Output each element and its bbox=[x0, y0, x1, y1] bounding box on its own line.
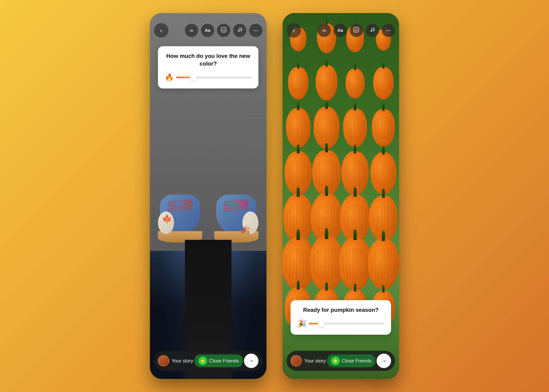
next-arrow-icon-1: → bbox=[248, 358, 254, 364]
phone2-toolbar: ‹ ∞ Aa bbox=[283, 23, 399, 38]
avatar-img-1 bbox=[158, 356, 169, 366]
back-icon-1: ‹ bbox=[160, 27, 162, 34]
infinity-icon-1: ∞ bbox=[190, 27, 194, 34]
poll-slider-container-2: 🎉 bbox=[297, 319, 384, 328]
infinity-btn-1[interactable]: ∞ bbox=[185, 24, 198, 37]
pumpkin-5 bbox=[288, 67, 308, 99]
pumpkin-11 bbox=[343, 108, 367, 147]
back-icon-2: ‹ bbox=[293, 27, 295, 34]
svg-point-8 bbox=[371, 30, 372, 32]
star-symbol-1: ⭐ bbox=[200, 358, 205, 363]
music-btn-2[interactable] bbox=[366, 24, 379, 37]
poll-slider-thumb-1[interactable] bbox=[190, 74, 197, 81]
close-friends-label-2: Close Friends bbox=[342, 358, 372, 364]
pumpkin-8 bbox=[373, 67, 394, 99]
poll-slider-container-1: 🔥 bbox=[165, 73, 252, 82]
poll-slider-track-1[interactable] bbox=[176, 77, 252, 78]
close-friends-label-1: Close Friends bbox=[209, 358, 239, 364]
svg-point-3 bbox=[238, 30, 239, 32]
text-btn-2[interactable]: Aa bbox=[334, 24, 347, 37]
next-arrow-icon-2: → bbox=[381, 358, 387, 364]
poll-slider-track-2[interactable] bbox=[309, 323, 384, 324]
poll-widget-2: Ready for pumpkin season? 🎉 bbox=[291, 300, 391, 335]
your-story-option-2[interactable]: Your story bbox=[291, 355, 326, 366]
svg-point-6 bbox=[355, 29, 356, 29]
phone1-toolbar: ‹ ∞ Aa bbox=[150, 23, 266, 38]
green-star-icon-1: ⭐ bbox=[198, 357, 207, 365]
toolbar-right-2: ∞ Aa bbox=[318, 24, 395, 37]
poll-slider-thumb-2[interactable] bbox=[318, 320, 325, 327]
infinity-icon-2: ∞ bbox=[322, 27, 326, 34]
poll-emoji-2: 🎉 bbox=[297, 319, 306, 328]
svg-point-2 bbox=[224, 29, 225, 29]
pumpkin-10 bbox=[314, 107, 340, 149]
more-icon-1: ●●● bbox=[253, 29, 258, 32]
svg-point-9 bbox=[373, 30, 374, 31]
next-button-2[interactable]: → bbox=[377, 354, 391, 368]
toolbar-right-1: ∞ Aa bbox=[185, 24, 263, 37]
back-button-1[interactable]: ‹ bbox=[154, 23, 168, 38]
sticker-icon-1 bbox=[221, 27, 226, 34]
poll-question-1: How much do you love the new color? bbox=[165, 52, 252, 68]
pumpkin-12 bbox=[372, 109, 395, 147]
text-btn-1[interactable]: Aa bbox=[201, 24, 214, 37]
next-button-1[interactable]: → bbox=[244, 354, 258, 368]
poll-question-2: Ready for pumpkin season? bbox=[297, 306, 384, 314]
svg-point-4 bbox=[241, 30, 242, 31]
pumpkin-24 bbox=[368, 239, 399, 290]
your-story-label-1: Your story bbox=[172, 358, 193, 364]
phone-1-screen: 🍂 🍁 ‹ ∞ Aa bbox=[150, 13, 266, 379]
music-icon-2 bbox=[370, 27, 375, 34]
sticker-icon-2 bbox=[354, 27, 359, 34]
pumpkin-9 bbox=[286, 108, 311, 148]
star-symbol-2: ⭐ bbox=[333, 358, 338, 363]
svg-rect-5 bbox=[354, 27, 359, 32]
your-story-avatar-2 bbox=[291, 355, 302, 366]
svg-point-7 bbox=[357, 29, 357, 29]
leaf-decoration-2: 🍁 bbox=[162, 214, 172, 224]
infinity-btn-2[interactable]: ∞ bbox=[318, 24, 331, 37]
your-story-option-1[interactable]: Your story bbox=[158, 355, 193, 366]
your-story-avatar-1 bbox=[158, 355, 169, 366]
avatar-img-2 bbox=[291, 356, 301, 366]
text-icon-1: Aa bbox=[205, 28, 210, 33]
music-icon-1 bbox=[237, 27, 242, 34]
poll-widget-1: How much do you love the new color? 🔥 bbox=[158, 46, 258, 88]
svg-point-1 bbox=[222, 29, 223, 29]
green-star-icon-2: ⭐ bbox=[331, 357, 340, 365]
leaf-decoration-1: 🍂 bbox=[240, 225, 250, 235]
close-friends-btn-2[interactable]: ⭐ Close Friends bbox=[327, 354, 375, 367]
phone2-bottom-bar: Your story ⭐ Close Friends → bbox=[286, 351, 395, 371]
poll-emoji-1: 🔥 bbox=[165, 73, 174, 82]
pumpkin-7 bbox=[345, 69, 365, 98]
more-btn-2[interactable]: ●●● bbox=[382, 24, 395, 37]
close-friends-btn-1[interactable]: ⭐ Close Friends bbox=[194, 354, 243, 367]
right-lace-5 bbox=[224, 209, 248, 211]
svg-rect-0 bbox=[221, 27, 226, 32]
phone-1: 🍂 🍁 ‹ ∞ Aa bbox=[150, 13, 266, 379]
back-button-2[interactable]: ‹ bbox=[286, 23, 301, 38]
more-btn-1[interactable]: ●●● bbox=[249, 24, 263, 37]
sticker-btn-1[interactable] bbox=[217, 24, 230, 37]
phone-2-screen: ‹ ∞ Aa bbox=[283, 13, 399, 379]
pumpkin-16 bbox=[370, 152, 396, 194]
more-icon-2: ●●● bbox=[386, 29, 391, 32]
phone1-bottom-bar: Your story ⭐ Close Friends → bbox=[154, 351, 263, 371]
your-story-label-2: Your story bbox=[304, 358, 326, 364]
sticker-btn-2[interactable] bbox=[350, 24, 363, 37]
lace-5 bbox=[168, 209, 192, 211]
pumpkin-23 bbox=[339, 238, 372, 291]
pumpkin-6 bbox=[316, 65, 338, 100]
music-btn-1[interactable] bbox=[233, 24, 246, 37]
text-icon-2: Aa bbox=[337, 28, 343, 33]
phone-2: ‹ ∞ Aa bbox=[283, 13, 399, 379]
